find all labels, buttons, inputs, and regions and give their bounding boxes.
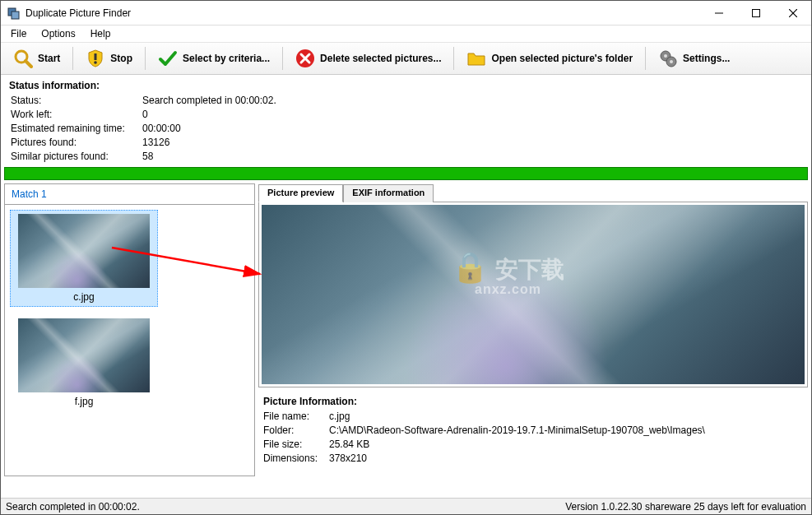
- search-icon: [13, 49, 33, 68]
- status-title: Status information:: [9, 80, 803, 91]
- minimize-button[interactable]: [700, 1, 737, 25]
- settings-label: Settings...: [683, 53, 730, 64]
- found-label: Pictures found:: [11, 137, 142, 148]
- delete-icon: [295, 49, 315, 68]
- watermark-main: 安下载: [495, 257, 564, 282]
- toolbar-separator: [72, 47, 73, 70]
- delete-label: Delete selected pictures...: [320, 53, 441, 64]
- shield-stop-icon: [86, 49, 105, 68]
- filesize-value: 25.84 KB: [329, 438, 803, 450]
- thumbnail-image: [18, 318, 150, 392]
- picture-info-section: Picture Information: File name: c.jpg Fo…: [258, 392, 808, 467]
- eta-value: 00:00:00: [142, 123, 803, 134]
- thumbnail-label: f.jpg: [75, 396, 94, 407]
- delete-button[interactable]: Delete selected pictures...: [288, 44, 448, 72]
- stop-label: Stop: [110, 53, 132, 64]
- preview-tabs: Picture preview EXIF information: [258, 183, 808, 202]
- watermark: 🔒安下载 anxz.com: [452, 250, 564, 297]
- menu-options[interactable]: Options: [35, 26, 81, 41]
- workleft-label: Work left:: [11, 109, 142, 120]
- tab-picture-preview[interactable]: Picture preview: [258, 184, 343, 202]
- progress-bar: [4, 167, 808, 180]
- window-controls: [700, 1, 811, 25]
- workleft-value: 0: [142, 109, 803, 120]
- toolbar-separator: [453, 47, 454, 70]
- titlebar: Duplicate Picture Finder: [1, 1, 811, 26]
- svg-point-16: [670, 60, 673, 63]
- status-value: Search completed in 00:00:02.: [142, 95, 803, 106]
- folder-icon: [466, 49, 486, 68]
- tab-exif[interactable]: EXIF information: [343, 184, 434, 202]
- preview-box: 🔒安下载 anxz.com: [258, 202, 808, 387]
- statusbar-left: Search completed in 00:00:02.: [6, 501, 140, 513]
- svg-point-9: [95, 61, 98, 64]
- status-section: Status information: Status: Search compl…: [1, 75, 811, 165]
- toolbar-separator: [645, 47, 646, 70]
- statusbar-right: Version 1.0.22.30 shareware 25 days left…: [565, 501, 806, 513]
- app-icon: [7, 7, 21, 20]
- window-title: Duplicate Picture Finder: [26, 7, 700, 19]
- stop-button[interactable]: Stop: [78, 44, 140, 72]
- menu-help[interactable]: Help: [84, 26, 118, 41]
- svg-rect-1: [12, 12, 19, 19]
- toolbar-separator: [145, 47, 146, 70]
- eta-label: Estimated remaining time:: [11, 123, 142, 134]
- filename-label: File name:: [263, 411, 329, 422]
- check-icon: [158, 49, 178, 68]
- thumbnail-image: [18, 214, 150, 288]
- match-item[interactable]: c.jpg: [10, 210, 158, 307]
- statusbar: Search completed in 00:00:02. Version 1.…: [1, 498, 811, 514]
- found-value: 13126: [142, 137, 803, 148]
- right-column: Picture preview EXIF information 🔒安下载 an…: [258, 183, 808, 476]
- menu-file[interactable]: File: [4, 26, 33, 41]
- select-criteria-label: Select by criteria...: [183, 53, 270, 64]
- toolbar: Start Stop Select by criteria... Delete …: [1, 42, 811, 75]
- preview-image: 🔒安下载 anxz.com: [262, 205, 805, 384]
- svg-rect-8: [95, 53, 97, 60]
- toolbar-separator: [282, 47, 283, 70]
- status-label: Status:: [11, 95, 142, 106]
- filesize-label: File size:: [263, 438, 329, 450]
- match-list[interactable]: c.jpg f.jpg: [5, 205, 254, 476]
- match-tab[interactable]: Match 1: [5, 184, 254, 205]
- match-panel: Match 1 c.jpg f.jpg: [4, 183, 255, 476]
- dimensions-label: Dimensions:: [263, 452, 329, 464]
- svg-point-14: [664, 54, 667, 58]
- start-button[interactable]: Start: [6, 44, 67, 72]
- filename-value: c.jpg: [329, 411, 803, 422]
- match-item[interactable]: f.jpg: [10, 315, 158, 411]
- folder-value: C:\AMD\Radeon-Software-Adrenalin-2019-19…: [329, 425, 803, 436]
- main-content: Match 1 c.jpg f.jpg Picture preview EXIF…: [1, 183, 811, 480]
- maximize-button[interactable]: [737, 1, 774, 25]
- similar-label: Similar pictures found:: [11, 151, 142, 162]
- settings-button[interactable]: Settings...: [651, 44, 737, 72]
- picture-info-title: Picture Information:: [263, 396, 803, 407]
- similar-value: 58: [142, 151, 803, 162]
- svg-line-7: [26, 61, 31, 67]
- dimensions-value: 378x210: [329, 452, 803, 464]
- gear-icon: [658, 49, 678, 68]
- close-button[interactable]: [774, 1, 811, 25]
- open-folder-button[interactable]: Open selected picture's folder: [459, 44, 640, 72]
- start-label: Start: [38, 53, 60, 64]
- lock-icon: 🔒: [452, 250, 489, 285]
- svg-rect-3: [752, 9, 759, 16]
- menubar: File Options Help: [1, 26, 811, 42]
- open-folder-label: Open selected picture's folder: [491, 53, 633, 64]
- select-criteria-button[interactable]: Select by criteria...: [151, 44, 277, 72]
- thumbnail-label: c.jpg: [73, 291, 94, 303]
- folder-label: Folder:: [263, 425, 329, 436]
